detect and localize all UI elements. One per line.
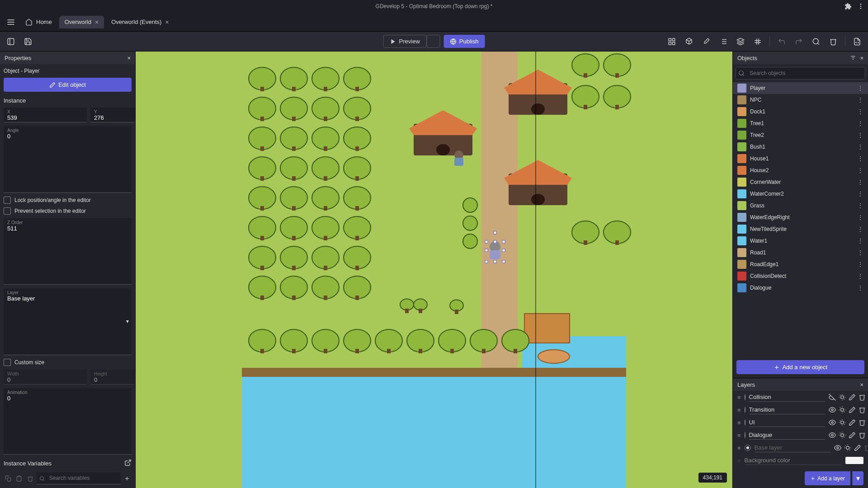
delete-layer-icon[interactable] xyxy=(859,419,866,426)
delete-layer-icon[interactable] xyxy=(859,406,866,413)
close-icon[interactable]: × xyxy=(127,55,131,61)
delete-icon[interactable] xyxy=(826,34,840,49)
object-item-dock1[interactable]: Dock1 ⋮ xyxy=(733,106,868,117)
effects-icon[interactable] xyxy=(839,394,846,401)
tab-overworld-events[interactable]: Overworld (Events) × xyxy=(106,16,174,28)
instances-icon[interactable] xyxy=(716,34,731,49)
edit-layer-icon[interactable] xyxy=(854,444,861,451)
edit-layer-icon[interactable] xyxy=(849,394,856,401)
bg-color-swatch[interactable] xyxy=(845,457,863,464)
x-input[interactable] xyxy=(7,114,83,121)
x-field[interactable]: X xyxy=(4,108,87,122)
delete-layer-icon[interactable] xyxy=(859,394,866,401)
object-item-player[interactable]: Player ⋮ xyxy=(733,82,868,94)
close-icon[interactable]: × xyxy=(860,381,863,388)
object-menu-icon[interactable]: ⋮ xyxy=(857,214,863,221)
add-layer-dropdown[interactable]: ▾ xyxy=(852,471,863,485)
drag-handle-icon[interactable]: ≡ xyxy=(737,394,741,401)
preview-button[interactable]: Preview xyxy=(383,35,427,48)
object-menu-icon[interactable]: ⋮ xyxy=(857,131,863,139)
zorder-field[interactable]: Z Order xyxy=(4,218,132,285)
object-item-tree1[interactable]: Tree1 ⋮ xyxy=(733,117,868,129)
filter-icon[interactable] xyxy=(850,55,856,61)
panel-toggle-left-icon[interactable] xyxy=(4,34,18,49)
object-item-npc[interactable]: NPC ⋮ xyxy=(733,94,868,106)
effects-icon[interactable] xyxy=(839,419,846,426)
layer-radio[interactable] xyxy=(745,394,745,400)
layer-name-input[interactable] xyxy=(749,393,825,402)
object-menu-icon[interactable]: ⋮ xyxy=(857,178,863,186)
objects-search-input[interactable] xyxy=(736,67,865,80)
angle-field[interactable]: Angle xyxy=(4,126,132,193)
object-menu-icon[interactable]: ⋮ xyxy=(857,120,863,127)
drag-handle-icon[interactable]: ≡ xyxy=(737,419,741,426)
visibility-icon[interactable] xyxy=(829,394,836,401)
object-item-bush1[interactable]: Bush1 ⋮ xyxy=(733,141,868,153)
groups-icon[interactable] xyxy=(682,34,696,49)
object-item-cornerwater[interactable]: CornerWater ⋮ xyxy=(733,176,868,188)
object-menu-icon[interactable]: ⋮ xyxy=(857,96,863,103)
object-item-newtiledsprite[interactable]: NewTiledSprite ⋮ xyxy=(733,223,868,235)
lock-checkbox-row[interactable]: Lock position/angle in the editor xyxy=(4,197,132,204)
layer-radio[interactable] xyxy=(745,445,751,451)
object-menu-icon[interactable]: ⋮ xyxy=(857,190,863,197)
undo-icon[interactable] xyxy=(774,34,789,49)
var-search-input[interactable] xyxy=(37,472,121,484)
object-menu-icon[interactable]: ⋮ xyxy=(857,167,863,174)
object-item-watercorner2[interactable]: WaterCorner2 ⋮ xyxy=(733,188,868,200)
object-item-wateredgeright[interactable]: WaterEdgeRight ⋮ xyxy=(733,211,868,223)
layer-name-input[interactable] xyxy=(749,418,825,427)
redo-icon[interactable] xyxy=(792,34,806,49)
object-item-roadedge1[interactable]: RoadEdge1 ⋮ xyxy=(733,258,868,270)
prevent-checkbox[interactable] xyxy=(4,207,11,215)
custom-size-checkbox[interactable] xyxy=(4,359,11,366)
height-field[interactable]: Height xyxy=(90,370,135,385)
add-var-icon[interactable] xyxy=(123,473,132,484)
copy-icon[interactable] xyxy=(4,473,13,484)
object-menu-icon[interactable]: ⋮ xyxy=(857,202,863,209)
object-menu-icon[interactable]: ⋮ xyxy=(857,272,863,280)
edit-layer-icon[interactable] xyxy=(849,419,856,426)
preview-dropdown[interactable] xyxy=(427,35,440,48)
scene-canvas[interactable]: 434;191 xyxy=(136,52,732,488)
delete-layer-icon[interactable] xyxy=(859,432,866,439)
height-input[interactable] xyxy=(94,376,135,383)
layer-radio[interactable] xyxy=(745,407,745,413)
visibility-icon[interactable] xyxy=(834,444,841,451)
effects-icon[interactable] xyxy=(844,444,851,451)
layer-radio[interactable] xyxy=(745,419,745,426)
object-item-house1[interactable]: House1 ⋮ xyxy=(733,153,868,164)
object-item-collisiondetect[interactable]: CollisionDetect ⋮ xyxy=(733,270,868,282)
open-external-icon[interactable] xyxy=(124,459,132,466)
animation-input[interactable] xyxy=(7,395,128,402)
object-menu-icon[interactable]: ⋮ xyxy=(857,108,863,115)
layer-field[interactable]: Layer Base layer ▾ xyxy=(4,288,132,355)
effects-icon[interactable] xyxy=(839,432,846,439)
objects-panel-icon[interactable] xyxy=(665,34,679,49)
object-menu-icon[interactable]: ⋮ xyxy=(857,84,863,92)
y-input[interactable] xyxy=(94,114,135,121)
add-object-button[interactable]: Add a new object xyxy=(736,360,864,374)
edit-layer-icon[interactable] xyxy=(849,406,856,413)
edit-layer-icon[interactable] xyxy=(849,432,856,439)
drag-handle-icon[interactable]: ≡ xyxy=(737,445,741,451)
object-menu-icon[interactable]: ⋮ xyxy=(857,155,863,162)
object-item-road1[interactable]: Road1 ⋮ xyxy=(733,247,868,258)
close-icon[interactable]: × xyxy=(95,19,99,26)
width-input[interactable] xyxy=(7,376,83,383)
close-icon[interactable]: × xyxy=(860,55,863,61)
object-menu-icon[interactable]: ⋮ xyxy=(857,143,863,150)
more-icon[interactable] xyxy=(857,3,864,10)
extension-icon[interactable] xyxy=(844,3,852,10)
visibility-icon[interactable] xyxy=(829,432,836,439)
lock-checkbox[interactable] xyxy=(4,197,11,204)
tab-home[interactable]: Home xyxy=(20,16,57,28)
layers-icon[interactable] xyxy=(733,34,748,49)
object-menu-icon[interactable]: ⋮ xyxy=(857,225,863,233)
object-item-dialogue[interactable]: Dialogue ⋮ xyxy=(733,282,868,294)
save-icon[interactable] xyxy=(21,34,35,49)
effects-icon[interactable] xyxy=(839,406,846,413)
width-field[interactable]: Width xyxy=(4,370,87,385)
object-item-tree2[interactable]: Tree2 ⋮ xyxy=(733,129,868,141)
zoom-icon[interactable] xyxy=(809,34,823,49)
